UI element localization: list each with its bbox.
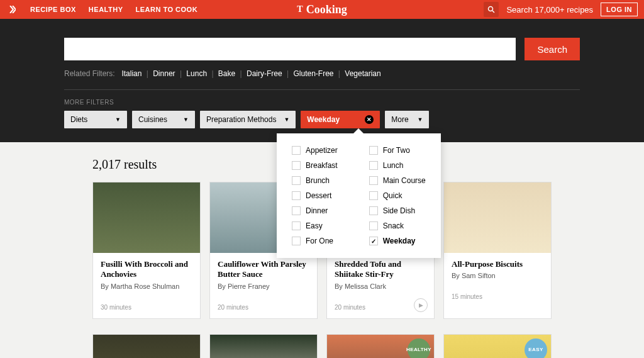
dropdown-option[interactable]: Brunch (292, 176, 338, 185)
nav-learn-to-cook[interactable]: LEARN TO COOK (136, 6, 198, 13)
recipe-time: 20 minutes (335, 304, 426, 311)
topbar-nav: RECIPE BOX HEALTHY LEARN TO COOK (6, 4, 197, 15)
recipe-card[interactable] (92, 334, 201, 359)
dropdown-option[interactable]: Side Dish (369, 206, 426, 215)
checkbox[interactable] (292, 221, 301, 230)
dropdown-option[interactable]: Easy (292, 221, 338, 230)
recipe-card[interactable]: HEALTHY (326, 334, 435, 359)
search-input[interactable] (64, 38, 516, 60)
checkbox[interactable] (369, 237, 378, 245)
option-label: Quick (383, 191, 402, 200)
checkbox[interactable] (292, 146, 301, 155)
option-label: Side Dish (383, 206, 415, 215)
dropdown-option[interactable]: Lunch (369, 161, 426, 170)
dropdown-option[interactable]: Dessert (292, 191, 338, 200)
dropdown-option[interactable]: Weekday (369, 237, 426, 245)
checkbox[interactable] (292, 176, 301, 185)
recipe-image (93, 335, 200, 359)
nav-recipe-box[interactable]: RECIPE BOX (30, 6, 76, 13)
related-bake[interactable]: Bake (218, 69, 235, 78)
recipe-image (93, 182, 200, 253)
recipe-author: By Pierre Franey (218, 282, 309, 290)
filter-preparation[interactable]: Preparation Methods▼ (200, 111, 296, 128)
recipe-card[interactable] (209, 334, 318, 359)
option-label: For One (306, 237, 333, 245)
filter-weekday[interactable]: Weekday✕ (301, 111, 380, 128)
related-italian[interactable]: Italian (121, 69, 142, 78)
play-icon[interactable]: ▶ (414, 298, 428, 312)
filter-diets[interactable]: Diets▼ (64, 111, 127, 128)
search-button[interactable]: Search (525, 38, 580, 60)
login-button[interactable]: LOG IN (601, 3, 638, 16)
related-lunch[interactable]: Lunch (186, 69, 207, 78)
menu-expand-icon[interactable] (6, 4, 18, 15)
option-label: Weekday (383, 237, 416, 245)
svg-line-1 (492, 11, 494, 13)
dropdown-option[interactable]: Appetizer (292, 146, 338, 155)
related-vegetarian[interactable]: Vegetarian (345, 69, 380, 78)
option-label: Easy (306, 221, 323, 230)
option-label: Breakfast (306, 161, 338, 170)
caret-down-icon: ▼ (115, 116, 121, 123)
dropdown-option[interactable]: Snack (369, 221, 426, 230)
nyt-t-icon: T (297, 4, 303, 14)
dropdown-option[interactable]: Breakfast (292, 161, 338, 170)
filter-more[interactable]: More▼ (385, 111, 429, 128)
logo[interactable]: T Cooking (297, 3, 347, 16)
checkbox[interactable] (369, 221, 378, 230)
checkbox[interactable] (292, 191, 301, 200)
related-label: Related Filters: (64, 69, 115, 78)
recipe-title: Cauliflower With Parsley Butter Sauce (218, 259, 309, 280)
dropdown-option[interactable]: Dinner (292, 206, 338, 215)
checkbox[interactable] (292, 206, 301, 215)
caret-down-icon: ▼ (284, 116, 289, 123)
recipe-time: 15 minutes (452, 293, 543, 300)
option-label: Dinner (306, 206, 328, 215)
checkbox[interactable] (369, 161, 378, 170)
checkbox[interactable] (292, 237, 301, 245)
more-filters-label: MORE FILTERS (64, 89, 580, 106)
recipe-card[interactable]: Fusilli With Broccoli and AnchoviesBy Ma… (92, 182, 201, 319)
recipe-time: 20 minutes (218, 304, 309, 311)
option-label: Snack (383, 221, 404, 230)
recipe-time: 30 minutes (101, 304, 192, 311)
search-hint[interactable]: Search 17,000+ recipes (506, 5, 593, 14)
search-icon[interactable] (484, 2, 499, 17)
dropdown-option[interactable]: For Two (369, 146, 426, 155)
topbar: RECIPE BOX HEALTHY LEARN TO COOK T Cooki… (0, 0, 644, 19)
recipe-author: By Melissa Clark (335, 282, 426, 290)
option-label: Dessert (306, 191, 331, 200)
option-label: Appetizer (306, 146, 338, 155)
related-dinner[interactable]: Dinner (153, 69, 175, 78)
caret-down-icon: ▼ (417, 116, 423, 123)
related-gluten-free[interactable]: Gluten-Free (293, 69, 333, 78)
checkbox[interactable] (292, 161, 301, 170)
recipe-title: All-Purpose Biscuits (452, 259, 543, 269)
option-label: Lunch (383, 161, 404, 170)
recipe-grid-row2: HEALTHYEASY (92, 334, 552, 359)
recipe-title: Shredded Tofu and Shiitake Stir-Fry (335, 259, 426, 280)
nav-healthy[interactable]: HEALTHY (89, 6, 123, 13)
logo-text: Cooking (306, 3, 347, 16)
option-label: For Two (383, 146, 410, 155)
recipe-card[interactable]: All-Purpose BiscuitsBy Sam Sifton15 minu… (443, 182, 552, 319)
recipe-title: Fusilli With Broccoli and Anchovies (101, 259, 192, 280)
recipe-badge: EASY (525, 338, 547, 359)
checkbox[interactable] (369, 146, 378, 155)
dropdown-option[interactable]: For One (292, 237, 338, 245)
recipe-card[interactable]: EASY (443, 334, 552, 359)
checkbox[interactable] (369, 191, 378, 200)
checkbox[interactable] (369, 176, 378, 185)
dropdown-option[interactable]: Quick (369, 191, 426, 200)
close-icon[interactable]: ✕ (365, 115, 374, 124)
recipe-author: By Martha Rose Shulman (101, 282, 192, 290)
caret-down-icon: ▼ (183, 116, 189, 123)
filter-cuisines[interactable]: Cuisines▼ (132, 111, 195, 128)
recipe-image (210, 335, 317, 359)
checkbox[interactable] (369, 206, 378, 215)
option-label: Main Course (383, 176, 426, 185)
related-dairy-free[interactable]: Dairy-Free (247, 69, 282, 78)
option-label: Brunch (306, 176, 330, 185)
dropdown-option[interactable]: Main Course (369, 176, 426, 185)
search-section: Search Related Filters: Italian | Dinner… (0, 19, 644, 142)
